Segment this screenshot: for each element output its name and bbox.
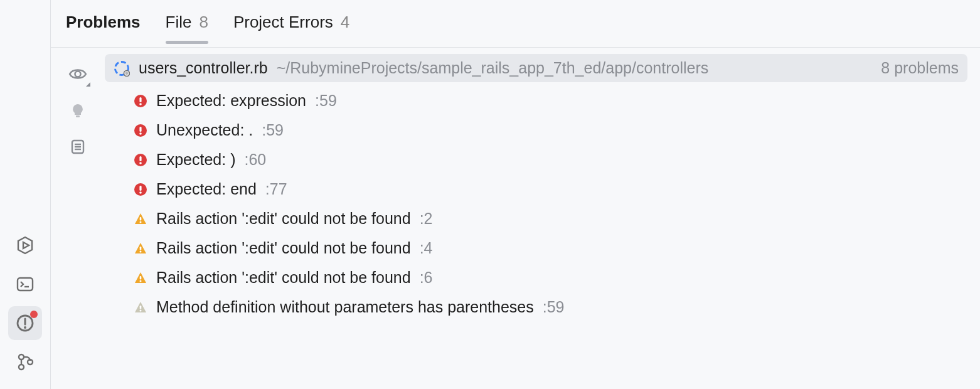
problems-panel: Problems File 8 Project Errors 4 bbox=[51, 0, 980, 389]
eye-icon bbox=[68, 65, 87, 83]
error-indicator-dot bbox=[30, 311, 38, 318]
error-icon bbox=[134, 124, 147, 137]
issue-text: Rails action ':edit' could not be found bbox=[156, 211, 411, 226]
terminal-icon bbox=[15, 274, 35, 294]
issue-text: Method definition without parameters has… bbox=[156, 299, 534, 315]
issue-text: Expected: expression bbox=[156, 93, 306, 109]
issue-location: :2 bbox=[420, 211, 433, 226]
weak-warning-icon bbox=[134, 301, 147, 314]
tab-problems-label: Problems bbox=[66, 13, 141, 32]
issue-row[interactable]: Expected: expression :59 bbox=[134, 86, 967, 115]
ruby-config-file-icon bbox=[114, 60, 130, 77]
issue-text: Expected: ) bbox=[156, 152, 235, 168]
file-path: ~/RubymineProjects/sample_rails_app_7th_… bbox=[277, 59, 873, 77]
tool-window-strip bbox=[0, 0, 50, 389]
tab-problems[interactable]: Problems bbox=[66, 13, 141, 43]
intention-bulb-button[interactable] bbox=[64, 97, 92, 124]
problems-tabs: Problems File 8 Project Errors 4 bbox=[51, 0, 980, 48]
tab-file[interactable]: File 8 bbox=[166, 13, 208, 43]
structure-view-button[interactable] bbox=[64, 133, 92, 161]
error-icon bbox=[134, 183, 147, 196]
issue-row[interactable]: Rails action ':edit' could not be found … bbox=[134, 204, 967, 233]
warning-icon bbox=[134, 271, 147, 285]
file-problem-count: 8 problems bbox=[881, 59, 959, 77]
issue-text: Unexpected: . bbox=[156, 122, 253, 138]
issue-location: :60 bbox=[244, 152, 266, 168]
file-name: users_controller.rb bbox=[139, 59, 268, 77]
issue-location: :6 bbox=[420, 270, 433, 285]
issue-row[interactable]: Expected: ) :60 bbox=[134, 145, 967, 174]
issue-text: Expected: end bbox=[156, 181, 257, 197]
warning-icon bbox=[134, 242, 147, 255]
issue-location: :59 bbox=[543, 299, 565, 315]
tab-file-label: File bbox=[166, 13, 192, 32]
issue-row[interactable]: Rails action ':edit' could not be found … bbox=[134, 233, 967, 263]
issue-text: Rails action ':edit' could not be found bbox=[156, 240, 411, 256]
file-group-header[interactable]: users_controller.rb ~/RubymineProjects/s… bbox=[105, 54, 967, 82]
issue-text: Rails action ':edit' could not be found bbox=[156, 270, 411, 285]
problems-tool-button[interactable] bbox=[8, 306, 42, 340]
tab-project-errors[interactable]: Project Errors 4 bbox=[233, 13, 349, 43]
error-icon bbox=[134, 153, 147, 167]
problems-body: users_controller.rb ~/RubymineProjects/s… bbox=[51, 48, 980, 389]
issue-row[interactable]: Rails action ':edit' could not be found … bbox=[134, 263, 967, 292]
issue-row[interactable]: Expected: end :77 bbox=[134, 174, 967, 204]
problems-side-toolbar bbox=[51, 54, 105, 389]
problems-content: users_controller.rb ~/RubymineProjects/s… bbox=[105, 54, 980, 389]
bulb-icon bbox=[69, 102, 87, 119]
issue-location: :59 bbox=[262, 122, 284, 138]
terminal-tool-button[interactable] bbox=[8, 267, 42, 301]
tab-project-errors-count: 4 bbox=[341, 13, 349, 32]
issue-location: :59 bbox=[315, 93, 337, 109]
issue-row[interactable]: Method definition without parameters has… bbox=[134, 292, 967, 322]
tool-window-strip-bottom bbox=[8, 226, 42, 381]
run-tool-button[interactable] bbox=[8, 228, 42, 262]
error-icon bbox=[134, 94, 147, 108]
vcs-tool-button[interactable] bbox=[8, 345, 42, 379]
highlight-mode-button[interactable] bbox=[64, 60, 92, 88]
vcs-icon bbox=[15, 352, 35, 372]
warning-icon bbox=[134, 212, 147, 226]
tab-file-count: 8 bbox=[199, 13, 208, 32]
tab-project-errors-label: Project Errors bbox=[233, 13, 333, 32]
dropdown-marker bbox=[86, 82, 90, 87]
structure-icon bbox=[69, 138, 87, 156]
issue-list: Expected: expression :59 Unexpected: . :… bbox=[105, 86, 967, 322]
run-hex-icon bbox=[15, 235, 35, 255]
issue-location: :4 bbox=[420, 240, 433, 256]
problems-tool-window: Problems File 8 Project Errors 4 bbox=[0, 0, 980, 389]
issue-location: :77 bbox=[265, 181, 287, 197]
issue-row[interactable]: Unexpected: . :59 bbox=[134, 115, 967, 145]
